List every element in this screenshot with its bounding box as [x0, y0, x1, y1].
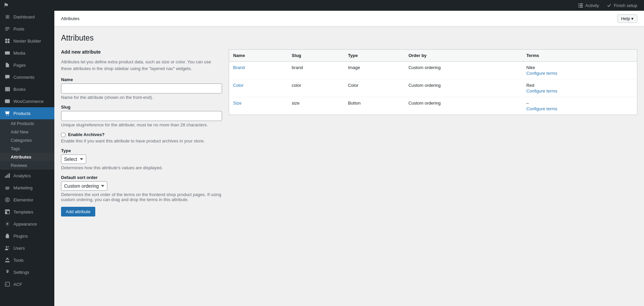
table-row: Size size Button Custom ordering – Confi… [229, 97, 637, 115]
submenu-item-reviews[interactable]: Reviews [0, 161, 54, 170]
submenu-item-all-products[interactable]: All Products [0, 119, 54, 128]
svg-rect-2 [578, 5, 579, 6]
submenu-item-categories[interactable]: Categories [0, 136, 54, 144]
sidebar-label-posts: Posts [13, 26, 24, 32]
pages-icon [4, 62, 11, 68]
submenu-label-add-new: Add New [11, 129, 29, 134]
svg-rect-20 [8, 174, 8, 178]
slug-hint: Unique slug/reference for the attribute;… [61, 122, 222, 127]
sidebar-item-templates[interactable]: Templates [0, 206, 54, 218]
svg-rect-13 [7, 87, 8, 91]
main-content: Attributes Help ▾ Attributes Add new att… [54, 11, 644, 306]
enable-archives-checkbox[interactable] [61, 133, 65, 137]
cell-name-0: Brand [229, 62, 288, 79]
sort-order-field-group: Default sort order Custom ordering Name … [61, 175, 222, 202]
finish-setup-icon [606, 2, 612, 9]
add-attribute-button[interactable]: Add attribute [61, 207, 95, 217]
enable-archives-label[interactable]: Enable Archives? [68, 132, 105, 137]
svg-rect-8 [5, 41, 7, 43]
sidebar-item-nexter-builder[interactable]: Nexter Builder [0, 35, 54, 47]
type-hint: Determines how this attribute's values a… [61, 165, 222, 170]
col-terms: Terms [522, 50, 637, 62]
sidebar-item-media[interactable]: Media [0, 47, 54, 59]
submenu-item-add-new[interactable]: Add New [0, 128, 54, 136]
cell-name-1: Color [229, 79, 288, 97]
svg-rect-6 [5, 39, 7, 41]
activity-label: Activity [585, 3, 599, 8]
woocommerce-icon [4, 98, 11, 105]
svg-rect-32 [8, 234, 9, 235]
sidebar-item-products[interactable]: Products [0, 107, 54, 119]
attr-name-link-1[interactable]: Color [233, 83, 244, 88]
configure-terms-link-2[interactable]: Configure terms [526, 106, 633, 111]
name-input[interactable] [61, 83, 222, 94]
attr-name-link-0[interactable]: Brand [233, 65, 245, 70]
sort-order-hint: Determines the sort order of the terms o… [61, 192, 222, 202]
table-head: Name Slug Type Order by Terms [229, 50, 637, 62]
svg-rect-10 [5, 51, 10, 55]
sidebar-label-analytics: Analytics [13, 173, 31, 178]
sidebar-label-media: Media [13, 51, 25, 56]
cell-terms-1: Red Configure terms [522, 79, 637, 97]
svg-rect-7 [8, 39, 10, 41]
admin-bar: ⚑ Activity Finish setup [0, 0, 644, 11]
finish-setup-button[interactable]: Finish setup [603, 0, 640, 11]
sidebar-label-settings: Settings [13, 270, 29, 275]
cell-terms-2: – Configure terms [522, 97, 637, 115]
sidebar-item-dashboard[interactable]: ⊞ Dashboard [0, 11, 54, 23]
configure-terms-link-0[interactable]: Configure terms [526, 71, 633, 76]
help-button[interactable]: Help ▾ [618, 14, 637, 23]
sidebar-item-settings[interactable]: Settings [0, 266, 54, 278]
slug-input[interactable] [61, 111, 222, 121]
cell-name-2: Size [229, 97, 288, 115]
submenu-item-attributes[interactable]: Attributes [0, 153, 54, 161]
svg-rect-4 [578, 7, 579, 7]
cell-slug-1: color [288, 79, 344, 97]
sidebar-item-analytics[interactable]: Analytics [0, 170, 54, 182]
submenu-item-tags[interactable]: Tags [0, 144, 54, 153]
svg-rect-12 [5, 87, 7, 91]
two-column-layout: Add new attribute Attributes let you def… [61, 49, 637, 217]
cell-slug-2: size [288, 97, 344, 115]
sidebar-item-plugins[interactable]: Plugins [0, 230, 54, 242]
svg-text:A: A [6, 283, 7, 286]
svg-rect-26 [5, 210, 10, 211]
attr-name-link-2[interactable]: Size [233, 101, 241, 106]
products-icon [4, 110, 11, 117]
type-label: Type [61, 148, 222, 153]
svg-rect-14 [8, 87, 10, 91]
sidebar-item-marketing[interactable]: Marketing [0, 182, 54, 194]
svg-rect-24 [8, 198, 8, 201]
sidebar-label-woocommerce: WooCommerce [13, 99, 44, 104]
sidebar: ⊞ Dashboard Posts Nexter Builder Media [0, 11, 54, 306]
wp-logo-icon: ⚑ [0, 2, 12, 9]
sort-order-select[interactable]: Custom ordering Name Name (numeric) Term… [61, 181, 107, 191]
type-select[interactable]: Select Text Color Image Button [61, 155, 86, 164]
sidebar-item-comments[interactable]: Comments [0, 71, 54, 83]
sidebar-item-posts[interactable]: Posts [0, 23, 54, 35]
table-column: Name Slug Type Order by Terms Brand bra [229, 49, 637, 115]
sidebar-item-pages[interactable]: Pages [0, 59, 54, 71]
svg-point-22 [5, 198, 10, 202]
sidebar-item-elementor[interactable]: Elementor [0, 194, 54, 206]
activity-button[interactable]: Activity [575, 0, 602, 11]
sidebar-item-acf[interactable]: A ACF [0, 278, 54, 290]
products-submenu: All Products Add New Categories Tags Att… [0, 119, 54, 170]
sidebar-item-users[interactable]: Users [0, 242, 54, 254]
sidebar-item-books[interactable]: Books [0, 83, 54, 95]
name-field-group: Name Name for the attribute (shown on th… [61, 77, 222, 100]
svg-rect-21 [9, 173, 10, 178]
sidebar-item-woocommerce[interactable]: WooCommerce [0, 95, 54, 107]
col-name: Name [229, 50, 288, 62]
sidebar-item-tools[interactable]: Tools [0, 254, 54, 266]
cell-order-by-1: Custom ordering [405, 79, 522, 97]
sidebar-label-books: Books [13, 87, 25, 92]
svg-rect-31 [6, 234, 7, 235]
col-slug: Slug [288, 50, 344, 62]
table-body: Brand brand Image Custom ordering Nike C… [229, 62, 637, 115]
submenu-label-all-products: All Products [11, 121, 34, 126]
configure-terms-link-1[interactable]: Configure terms [526, 88, 633, 94]
enable-archives-hint: Enable this if you want this attribute t… [61, 138, 222, 143]
svg-rect-19 [6, 175, 7, 178]
sidebar-item-appearance[interactable]: Appearance [0, 218, 54, 230]
